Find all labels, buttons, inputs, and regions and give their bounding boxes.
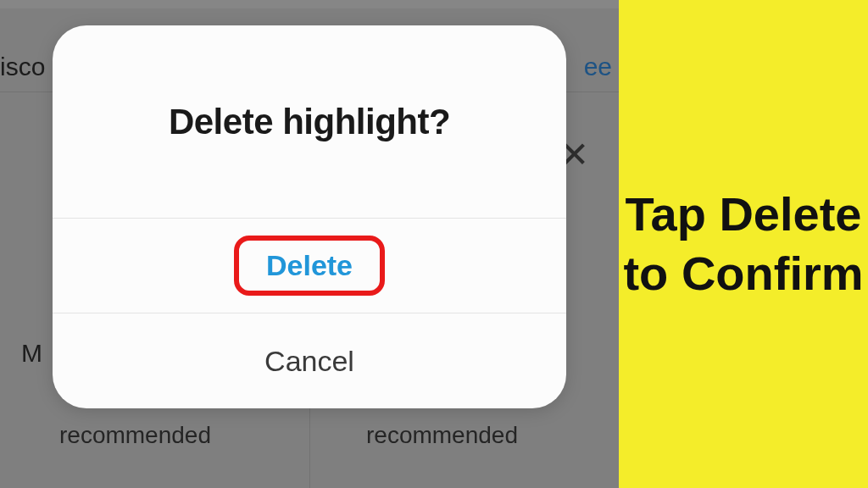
annotation-panel: Tap Delete to Confirm xyxy=(619,0,868,488)
dialog-title: Delete highlight? xyxy=(169,102,450,142)
delete-button[interactable]: Delete xyxy=(266,249,353,282)
dialog-header: Delete highlight? xyxy=(53,25,566,219)
cancel-button[interactable]: Cancel xyxy=(264,345,354,378)
annotation-text: Tap Delete to Confirm xyxy=(619,185,868,303)
screenshot-area: isco ee ✕ M recommended recommended Dele… xyxy=(0,0,619,488)
dialog-cancel-row[interactable]: Cancel xyxy=(53,313,566,408)
annotation-highlight-box: Delete xyxy=(234,236,385,296)
dialog-delete-row[interactable]: Delete xyxy=(53,219,566,313)
confirm-dialog: Delete highlight? Delete Cancel xyxy=(53,25,566,408)
